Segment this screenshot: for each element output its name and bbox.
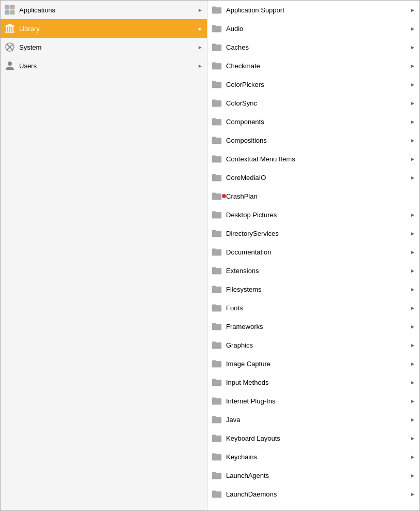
chevron-right-icon: ► <box>410 63 415 68</box>
item-label: CrashPlan <box>226 192 410 200</box>
chevron-right-icon: ► <box>410 138 415 143</box>
chevron-right-icon: ► <box>410 454 415 459</box>
folder-icon <box>212 5 222 15</box>
left-item-system[interactable]: System ► <box>1 38 207 56</box>
right-item-compositions[interactable]: Compositions ► <box>207 131 419 149</box>
chevron-right-icon: ► <box>198 26 203 31</box>
folder-icon <box>212 98 222 108</box>
right-item-caches[interactable]: Caches ► <box>207 38 419 56</box>
folder-icon <box>212 470 222 480</box>
folder-icon <box>212 172 222 183</box>
right-item-audio[interactable]: Audio ► <box>207 19 419 38</box>
chevron-placeholder <box>410 193 415 199</box>
folder-icon <box>212 303 222 313</box>
item-label: Input Methods <box>226 379 410 386</box>
svg-rect-9 <box>12 27 13 32</box>
right-item-launchdaemons[interactable]: LaunchDaemons ► <box>207 485 419 503</box>
chevron-right-icon: ► <box>410 361 415 366</box>
right-item-internet-plug-ins[interactable]: Internet Plug-Ins ► <box>207 392 419 410</box>
folder-icon <box>212 489 222 499</box>
folder-icon <box>212 247 222 257</box>
chevron-right-icon: ► <box>410 249 415 254</box>
users-icon <box>5 61 15 71</box>
svg-rect-7 <box>8 27 9 32</box>
item-label: CoreMediaIO <box>226 174 410 182</box>
chevron-right-icon: ► <box>410 398 415 403</box>
item-label: Contextual Menu Items <box>226 155 410 163</box>
right-pane: Application Support ► Audio ► Caches ► C… <box>207 1 419 510</box>
right-item-documentation[interactable]: Documentation ► <box>207 243 419 261</box>
item-label: Caches <box>226 43 410 51</box>
svg-rect-6 <box>6 27 7 32</box>
right-item-keychains[interactable]: Keychains ► <box>207 447 419 466</box>
chevron-right-icon: ► <box>410 287 415 292</box>
right-item-checkmate[interactable]: Checkmate ► <box>207 56 419 75</box>
right-item-contextual-menu-items[interactable]: Contextual Menu Items ► <box>207 149 419 168</box>
right-item-keyboard-layouts[interactable]: Keyboard Layouts ► <box>207 429 419 447</box>
left-item-library[interactable]: Library ► <box>1 19 207 38</box>
chevron-right-icon: ► <box>410 156 415 161</box>
right-item-directoryservices[interactable]: DirectoryServices ► <box>207 224 419 243</box>
right-item-java[interactable]: Java ► <box>207 410 419 429</box>
right-item-launchagents[interactable]: LaunchAgents ► <box>207 466 419 485</box>
chevron-right-icon: ► <box>410 175 415 180</box>
folder-icon <box>212 79 222 89</box>
item-label: Components <box>226 118 410 126</box>
apps-icon <box>5 5 15 15</box>
right-item-graphics[interactable]: Graphics ► <box>207 336 419 354</box>
svg-rect-4 <box>5 32 14 33</box>
item-label: Users <box>19 62 198 70</box>
system-icon <box>5 42 15 52</box>
chevron-right-icon: ► <box>410 119 415 124</box>
right-item-crashplan[interactable]: CrashPlan <box>207 187 419 205</box>
folder-icon <box>212 265 222 276</box>
folder-icon <box>212 433 222 443</box>
item-label: Frameworks <box>226 323 410 330</box>
folder-icon <box>212 42 222 52</box>
right-item-colorpickers[interactable]: ColorPickers ► <box>207 75 419 94</box>
right-item-coremediaio[interactable]: CoreMediaIO ► <box>207 168 419 187</box>
chevron-right-icon: ► <box>410 82 415 87</box>
folder-icon <box>212 135 222 145</box>
svg-rect-3 <box>10 10 14 14</box>
chevron-right-icon: ► <box>410 212 415 217</box>
chevron-right-icon: ► <box>410 342 415 348</box>
chevron-right-icon: ► <box>410 26 415 31</box>
svg-rect-2 <box>5 10 9 14</box>
folder-icon <box>212 154 222 164</box>
chevron-right-icon: ► <box>410 305 415 310</box>
item-label: Graphics <box>226 341 410 349</box>
left-item-users[interactable]: Users ► <box>1 56 207 75</box>
item-label: ColorSync <box>226 99 410 107</box>
chevron-right-icon: ► <box>410 491 415 497</box>
item-label: ColorPickers <box>226 81 410 88</box>
right-item-colorsync[interactable]: ColorSync ► <box>207 94 419 112</box>
svg-point-14 <box>8 62 12 66</box>
svg-rect-8 <box>10 27 11 32</box>
right-item-extensions[interactable]: Extensions ► <box>207 261 419 280</box>
item-label: LaunchDaemons <box>226 490 410 498</box>
folder-icon <box>212 452 222 462</box>
right-item-application-support[interactable]: Application Support ► <box>207 1 419 19</box>
left-pane: Applications ► Library ► System ► Users … <box>1 1 207 510</box>
right-item-fonts[interactable]: Fonts ► <box>207 298 419 317</box>
left-item-applications[interactable]: Applications ► <box>1 1 207 19</box>
item-label: Filesystems <box>226 285 410 293</box>
chevron-right-icon: ► <box>410 268 415 273</box>
right-item-image-capture[interactable]: Image Capture ► <box>207 354 419 373</box>
right-item-components[interactable]: Components ► <box>207 112 419 131</box>
svg-rect-0 <box>5 5 9 9</box>
item-label: Documentation <box>226 248 410 256</box>
folder-icon <box>212 116 222 127</box>
right-item-desktop-pictures[interactable]: Desktop Pictures ► <box>207 205 419 224</box>
item-label: LaunchAgents <box>226 472 410 479</box>
chevron-right-icon: ► <box>410 473 415 478</box>
chevron-right-icon: ► <box>410 44 415 50</box>
item-label: Applications <box>19 6 198 14</box>
folder-icon <box>212 191 222 201</box>
folder-icon <box>212 284 222 294</box>
right-item-input-methods[interactable]: Input Methods ► <box>207 373 419 392</box>
right-item-filesystems[interactable]: Filesystems ► <box>207 280 419 298</box>
right-item-frameworks[interactable]: Frameworks ► <box>207 317 419 336</box>
item-label: Fonts <box>226 304 410 312</box>
